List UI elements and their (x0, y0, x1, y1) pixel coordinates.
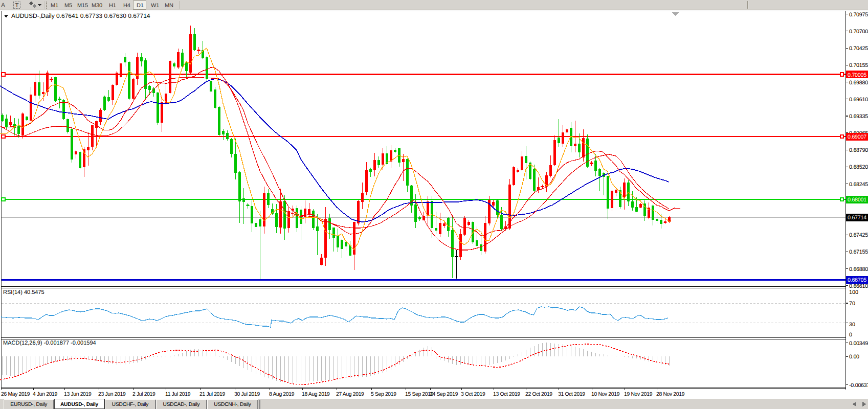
svg-text:0.68520: 0.68520 (849, 164, 868, 170)
svg-text:70: 70 (849, 301, 855, 307)
svg-text:23 Jun 2019: 23 Jun 2019 (98, 392, 126, 397)
svg-text:30: 30 (849, 322, 855, 328)
svg-text:AUDUSD-, Daily: AUDUSD-, Daily (60, 402, 99, 407)
svg-text:H4: H4 (123, 3, 130, 9)
svg-text:0.68245: 0.68245 (849, 181, 868, 188)
svg-text:100: 100 (849, 289, 858, 296)
svg-text:MACD(12,26,9) -0.001877 -0.001: MACD(12,26,9) -0.001877 -0.001594 (3, 340, 96, 346)
svg-text:M30: M30 (92, 3, 102, 9)
svg-text:T: T (15, 3, 19, 9)
svg-text:W1: W1 (151, 3, 159, 9)
svg-text:0.68790: 0.68790 (849, 147, 868, 153)
svg-text:13 Jun 2019: 13 Jun 2019 (64, 392, 92, 397)
svg-text:0.67714: 0.67714 (848, 215, 866, 221)
svg-text:0.67425: 0.67425 (849, 232, 868, 238)
svg-text:0.70975: 0.70975 (849, 12, 868, 18)
svg-text:0.00349: 0.00349 (849, 340, 868, 347)
svg-text:28 Nov 2019: 28 Nov 2019 (656, 392, 685, 397)
svg-text:AUDUSD-,Daily 0.67641 0.67733: AUDUSD-,Daily 0.67641 0.67733 0.67630 0.… (11, 12, 150, 19)
svg-text:22 Oct 2019: 22 Oct 2019 (525, 392, 552, 397)
svg-text:4 Jun 2019: 4 Jun 2019 (33, 392, 57, 397)
svg-text:31 Oct 2019: 31 Oct 2019 (558, 392, 585, 397)
svg-text:USDCAD-, Daily: USDCAD-, Daily (163, 402, 201, 407)
svg-text:0.70155: 0.70155 (849, 62, 868, 69)
svg-text:USDCNH-, Daily: USDCNH-, Daily (214, 402, 252, 407)
svg-text:0: 0 (849, 332, 852, 338)
svg-text:0.67155: 0.67155 (849, 249, 868, 255)
svg-text:A: A (1, 2, 5, 9)
svg-text:0.69880: 0.69880 (849, 80, 868, 86)
svg-text:D1: D1 (137, 3, 144, 9)
svg-text:0.66705: 0.66705 (848, 277, 866, 283)
svg-text:10 Nov 2019: 10 Nov 2019 (591, 392, 620, 397)
svg-text:H1: H1 (109, 3, 116, 9)
svg-text:26 May 2019: 26 May 2019 (1, 392, 30, 397)
svg-text:EURUSD-, Daily: EURUSD-, Daily (10, 402, 48, 407)
svg-text:18 Aug 2019: 18 Aug 2019 (302, 392, 330, 397)
svg-text:19 Nov 2019: 19 Nov 2019 (624, 392, 653, 397)
svg-text:RSI(14) 40.5475: RSI(14) 40.5475 (3, 289, 44, 296)
svg-text:2 Jul 2019: 2 Jul 2019 (132, 392, 155, 397)
svg-text:21 Jul 2019: 21 Jul 2019 (199, 392, 225, 397)
svg-text:MN: MN (165, 3, 173, 9)
svg-text:13 Oct 2019: 13 Oct 2019 (493, 392, 520, 397)
svg-text:M1: M1 (51, 3, 58, 9)
svg-text:8 Aug 2019: 8 Aug 2019 (269, 392, 295, 397)
svg-text:M5: M5 (64, 3, 72, 9)
svg-text:0.66610: 0.66610 (849, 283, 868, 289)
svg-text:11 Jul 2019: 11 Jul 2019 (165, 392, 191, 397)
svg-text:5 Sep 2019: 5 Sep 2019 (371, 392, 396, 397)
svg-text:3 Oct 2019: 3 Oct 2019 (461, 392, 485, 397)
svg-text:0.69007: 0.69007 (848, 134, 866, 140)
svg-text:0.70425: 0.70425 (849, 46, 868, 52)
svg-text:30 Jul 2019: 30 Jul 2019 (234, 392, 260, 397)
svg-text:USDCHF-, Daily: USDCHF-, Daily (112, 402, 149, 407)
svg-text:0.69610: 0.69610 (849, 97, 868, 103)
svg-text:27 Aug 2019: 27 Aug 2019 (336, 392, 364, 397)
svg-text:0.69335: 0.69335 (849, 113, 868, 120)
svg-text:0.68001: 0.68001 (848, 197, 866, 203)
svg-text:24 Sep 2019: 24 Sep 2019 (430, 392, 458, 397)
svg-text:-0.00637: -0.00637 (849, 382, 868, 389)
svg-text:M15: M15 (77, 3, 88, 9)
svg-text:0.70005: 0.70005 (848, 72, 866, 78)
svg-text:0.70700: 0.70700 (849, 29, 868, 35)
svg-text:0.66880: 0.66880 (849, 266, 868, 272)
svg-text:0.00: 0.00 (849, 354, 859, 360)
